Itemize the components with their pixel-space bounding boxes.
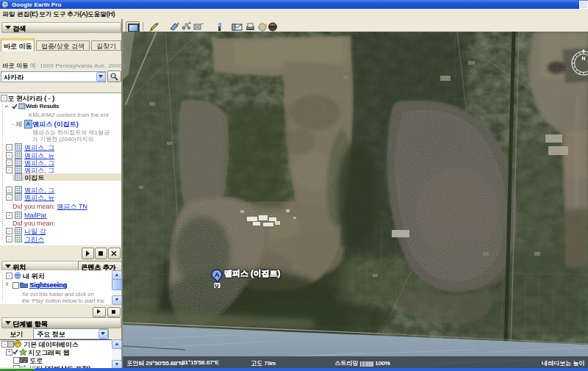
svg-text:−: − [201,21,204,26]
svg-text:+: + [156,21,159,26]
svg-text:N: N [582,56,586,61]
svg-text:+: + [188,21,191,26]
svg-text:+: + [176,21,179,26]
svg-text:A: A [215,271,220,278]
